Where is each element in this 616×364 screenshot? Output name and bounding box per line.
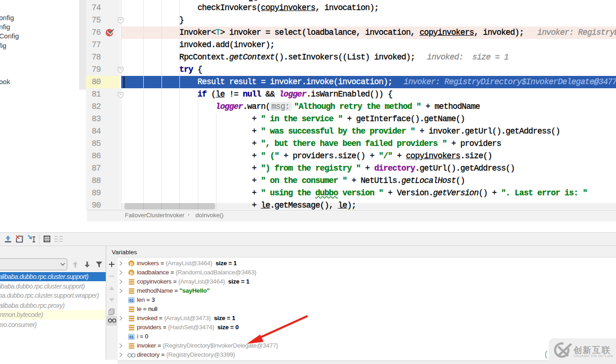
svg-text:p: p bbox=[130, 261, 133, 266]
svg-text:01: 01 bbox=[130, 298, 134, 303]
svg-text:p: p bbox=[130, 270, 133, 275]
svg-text:01: 01 bbox=[130, 335, 134, 339]
